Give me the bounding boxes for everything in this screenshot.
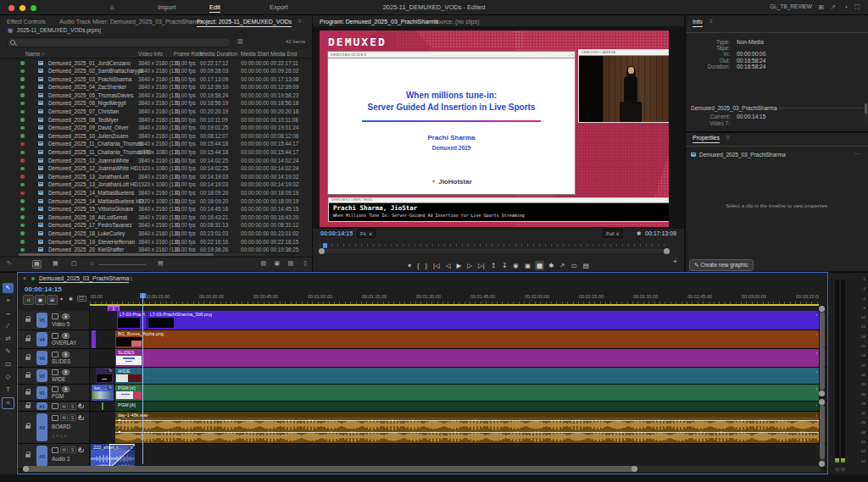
rectangle-tool-icon[interactable]: ▭ <box>3 359 14 369</box>
col-frame-rate[interactable]: Frame Rate <box>174 51 203 57</box>
automate-sequence-icon[interactable]: ▧ <box>260 260 266 267</box>
clip-name[interactable]: Demuxed_2025_19_SteveHeffernan <box>48 239 135 245</box>
clip-a2-board-audio[interactable]: day-1-48k.wav › <box>115 412 819 443</box>
clip-name[interactable]: Demuxed_2025_11_Chaitania_Thomas HD <box>48 149 152 155</box>
clip-name[interactable]: Demuxed_2025_13_JonathanLott <box>48 174 129 180</box>
clip-name[interactable]: Demuxed_2025_17_PedroTavanez <box>48 222 132 228</box>
table-row[interactable]: Demuxed_2025_17_PedroTavanez 3840 x 2160… <box>0 221 312 230</box>
lock-icon[interactable] <box>25 357 31 360</box>
captions-icon[interactable]: ▤ <box>581 261 591 270</box>
extract-icon[interactable]: ↧ <box>500 261 509 270</box>
table-row[interactable]: Demuxed_2025_19_SteveHeffernan 3840 x 21… <box>0 237 312 246</box>
table-row[interactable]: Demuxed_2025_06_NigelMeggit 3840 x 2160 … <box>0 99 312 108</box>
program-panel-menu-icon[interactable]: ≡ <box>421 19 425 24</box>
volume-line[interactable] <box>115 432 819 433</box>
lift-icon[interactable]: ↥ <box>489 261 498 270</box>
solo-button[interactable]: S <box>69 403 76 410</box>
table-row[interactable]: Demuxed_2025_18_LukeCurley 3840 x 2160 (… <box>0 229 312 237</box>
mute-button[interactable]: M <box>60 403 68 410</box>
clip-name[interactable]: Demuxed_2025_07_Christian <box>48 108 119 114</box>
track-target-v1[interactable]: V1 <box>36 386 47 399</box>
table-row[interactable]: Demuxed_2025_16_AliLodSerrat 3840 x 2160… <box>0 213 312 221</box>
freeform-view-icon[interactable]: ▢ <box>71 260 77 267</box>
track-target-v2[interactable]: V2 <box>36 369 47 382</box>
clip-a1-sliver[interactable] <box>102 402 103 410</box>
remix-tool-icon[interactable]: ≈ <box>2 397 14 409</box>
clip-name[interactable]: Demuxed_2025_14_MattiasBuelens HD <box>48 198 143 204</box>
lock-icon[interactable] <box>25 374 31 378</box>
search-input[interactable] <box>7 37 231 47</box>
keyframe[interactable] <box>119 431 120 433</box>
clip-name[interactable]: Demuxed_2025_01_JordiCenzano <box>48 60 131 66</box>
track-target-v5[interactable]: V5 <box>36 313 47 328</box>
type-tool-icon[interactable]: T <box>3 385 14 395</box>
play-icon[interactable]: ▶ <box>454 261 463 270</box>
track-name[interactable]: OVERLAY <box>52 340 76 346</box>
sequence-menu-icon[interactable]: ≡ <box>130 276 133 281</box>
zoom-slider-handle[interactable]: ○ <box>90 260 93 266</box>
track-target-v4[interactable]: V4 <box>36 332 47 346</box>
linked-selection-icon[interactable]: ▣ <box>35 295 46 305</box>
table-row[interactable]: Demuxed_2025_04_ZacShenker 3840 x 2160 (… <box>0 83 312 91</box>
sync-lock-icon[interactable] <box>52 313 58 319</box>
track-output-eye-icon[interactable] <box>62 369 70 375</box>
nest-icon[interactable]: ⊞ <box>47 295 58 305</box>
trash-icon[interactable]: ▯ <box>303 260 307 267</box>
go-to-in-icon[interactable]: |◁ <box>431 261 442 270</box>
table-row[interactable]: Demuxed_2025_12_JoannaWhite 3840 x 2160 … <box>0 156 312 164</box>
track-name[interactable]: Audio 3 <box>52 456 70 462</box>
sync-lock-icon[interactable] <box>52 352 58 357</box>
table-row[interactable]: Demuxed_2025_12_JoannaWhite HD 1920 x 10… <box>0 164 312 173</box>
progress-icon[interactable]: ◔ <box>843 3 848 11</box>
info-panel-menu-icon[interactable]: ≡ <box>709 19 713 24</box>
settings-wrench-icon[interactable]: ✱ <box>637 230 642 237</box>
add-marker-icon[interactable]: ▾ <box>60 296 63 302</box>
program-position-timecode[interactable]: 00:00:14:15 <box>320 230 353 236</box>
sync-lock-icon[interactable] <box>52 415 58 421</box>
solo-button[interactable]: S <box>69 414 76 421</box>
create-new-graphic-button[interactable]: ✎ Create new graphic <box>689 259 754 271</box>
tab-sequence[interactable]: Demuxed_2025_03_PrachiSharma <box>39 275 129 283</box>
clip-name[interactable]: Demuxed_2025_05_ThomasDavies <box>48 92 133 98</box>
close-sequence-icon[interactable]: × <box>23 275 26 281</box>
mute-button[interactable]: M <box>60 414 68 421</box>
zoom-level-select[interactable]: Fit ∨ <box>357 229 376 238</box>
quick-export-icon[interactable]: ↗ <box>831 3 836 11</box>
panel-menu-icon[interactable]: ≡ <box>298 19 302 24</box>
clip-name[interactable]: Demuxed_2025_03_PrachiSharma <box>48 76 131 82</box>
multi-camera-icon[interactable]: ▦ <box>535 261 544 270</box>
timeline-ruler[interactable]: 00:0000:00:15:0000:00:30:0000:00:45:0000… <box>90 293 819 305</box>
clip-name[interactable]: Demuxed_2025_13_JonathanLott HD <box>48 181 138 187</box>
clip-name[interactable]: Demuxed_2025_14_MattiasBuelens <box>48 190 135 196</box>
properties-panel-menu-icon[interactable]: ≡ <box>726 135 730 140</box>
clip-name[interactable]: Demuxed_2025_08_TedMyer <box>48 117 119 123</box>
mute-button[interactable]: M <box>60 446 68 453</box>
fullscreen-icon[interactable]: ⛶ <box>855 3 860 12</box>
timeline-settings-wrench-icon[interactable]: ✱ <box>69 296 73 302</box>
audio-tracks-scrollbar[interactable] <box>820 400 825 466</box>
new-bin-icon[interactable]: ▣ <box>274 260 280 267</box>
tab-info[interactable]: Info <box>693 19 703 27</box>
timeline-h-scrollbar[interactable] <box>23 466 821 472</box>
clip-name[interactable]: Demuxed_2025_04_ZacShenker <box>48 84 126 90</box>
track-name[interactable]: WIDE <box>52 376 65 382</box>
clip-name[interactable]: Demuxed_2025_12_JoannaWhite <box>48 158 129 163</box>
clip-name[interactable]: Demuxed_2025_02_SamBhattacharyya <box>48 68 143 74</box>
meter-mute-indicator[interactable] <box>841 468 845 471</box>
table-row[interactable]: Demuxed_2025_20_KielShaffer 3840 x 2160 … <box>0 246 312 252</box>
button-editor-plus-icon[interactable]: + <box>673 258 677 265</box>
clip-name[interactable]: Demuxed_2025_20_KielShaffer <box>48 247 124 252</box>
lock-icon[interactable] <box>25 338 31 341</box>
settings-icon[interactable]: ✱ <box>547 261 555 270</box>
tab-effect-controls[interactable]: Effect Controls <box>7 19 46 25</box>
sync-lock-icon[interactable] <box>52 403 58 409</box>
clip-name[interactable]: Demuxed_2025_06_NigelMeggit <box>48 100 126 106</box>
clip-name[interactable]: Demuxed_2025_10_JulienZouien <box>48 133 128 139</box>
track-select-tool-icon[interactable]: » <box>3 296 14 306</box>
export-icon[interactable]: ↗ <box>558 261 566 270</box>
lock-icon[interactable] <box>25 405 31 408</box>
go-to-out-icon[interactable]: ▷| <box>476 261 487 270</box>
track-output-eye-icon[interactable] <box>62 313 70 319</box>
safe-margins-icon[interactable]: ▭ <box>570 261 579 270</box>
track-name[interactable]: SLIDES <box>52 358 70 364</box>
